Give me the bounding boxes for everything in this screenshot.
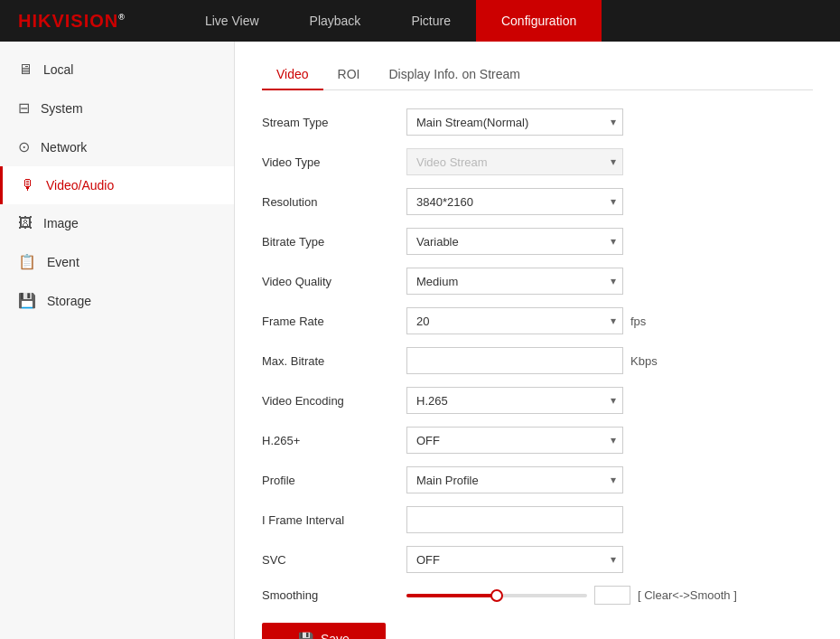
event-icon: 📋 <box>18 253 36 270</box>
logo-text: HIKVISION <box>18 11 118 31</box>
slider-container-smoothing: 50 [ Clear<->Smooth ] <box>406 586 737 605</box>
content-area: Video ROI Display Info. on Stream Stream… <box>235 42 840 639</box>
video-audio-icon: 🎙 <box>21 177 35 193</box>
sidebar-label-video-audio: Video/Audio <box>46 178 114 193</box>
save-label: Save <box>321 632 350 639</box>
tab-display-info[interactable]: Display Info. on Stream <box>374 60 535 90</box>
form-row-stream-type: Stream Type Main Stream(Normal) Sub Stre… <box>262 108 813 136</box>
tab-bar: Video ROI Display Info. on Stream <box>262 60 813 90</box>
smoothing-slider-fill <box>406 594 497 597</box>
smoothing-value-input[interactable]: 50 <box>594 586 630 605</box>
select-wrapper-resolution: 3840*2160 1920*1080 1280*720 <box>406 188 623 215</box>
sidebar-item-video-audio[interactable]: 🎙 Video/Audio <box>0 166 234 204</box>
sidebar-label-event: Event <box>47 255 79 269</box>
sidebar-label-storage: Storage <box>47 294 91 308</box>
form-row-resolution: Resolution 3840*2160 1920*1080 1280*720 <box>262 188 813 215</box>
select-wrapper-frame-rate: 1234 56810 121516 20 2530 <box>406 307 623 334</box>
form-row-i-frame-interval: I Frame Interval 50 <box>262 506 813 533</box>
label-frame-rate: Frame Rate <box>262 315 406 328</box>
control-h265-plus: ON OFF <box>406 427 623 454</box>
system-icon: ⊟ <box>18 99 30 117</box>
select-stream-type[interactable]: Main Stream(Normal) Sub Stream Third Str… <box>406 108 623 136</box>
select-resolution[interactable]: 3840*2160 1920*1080 1280*720 <box>406 188 623 215</box>
control-svc: ON OFF <box>406 546 623 573</box>
label-video-encoding: Video Encoding <box>262 394 406 408</box>
image-icon: 🖼 <box>18 215 33 231</box>
sidebar-label-system: System <box>41 101 83 116</box>
select-h265-plus[interactable]: ON OFF <box>406 427 623 454</box>
unit-kbps: Kbps <box>630 354 658 368</box>
sidebar-item-local[interactable]: 🖥 Local <box>0 51 234 89</box>
form-row-video-type: Video Type Video Stream Video&Audio <box>262 148 813 175</box>
select-video-encoding[interactable]: H.264 H.265 H.264+ H.265+ <box>406 387 623 414</box>
label-stream-type: Stream Type <box>262 116 406 129</box>
label-smoothing: Smoothing <box>262 588 406 602</box>
sidebar-label-network: Network <box>41 140 87 155</box>
select-wrapper-h265-plus: ON OFF <box>406 427 623 454</box>
form-row-smoothing: Smoothing 50 [ Clear<->Smooth ] <box>262 586 813 605</box>
label-video-type: Video Type <box>262 155 406 169</box>
control-smoothing: 50 [ Clear<->Smooth ] <box>406 586 737 605</box>
form-row-frame-rate: Frame Rate 1234 56810 121516 20 2530 fps <box>262 307 813 334</box>
local-icon: 🖥 <box>18 61 33 78</box>
select-wrapper-svc: ON OFF <box>406 546 623 573</box>
top-navigation: HIKVISION® Live View Playback Picture Co… <box>0 0 840 42</box>
control-video-encoding: H.264 H.265 H.264+ H.265+ <box>406 387 623 414</box>
save-button[interactable]: 💾 Save <box>262 623 386 639</box>
form-row-h265-plus: H.265+ ON OFF <box>262 427 813 454</box>
nav-live-view[interactable]: Live View <box>180 0 285 42</box>
nav-playback[interactable]: Playback <box>285 0 387 42</box>
control-profile: Main Profile High Profile Basic Profile <box>406 466 623 493</box>
control-max-bitrate: 5120 Kbps <box>406 347 658 374</box>
select-video-type[interactable]: Video Stream Video&Audio <box>406 148 623 175</box>
label-profile: Profile <box>262 474 406 487</box>
control-i-frame-interval: 50 <box>406 506 623 533</box>
sidebar-item-storage[interactable]: 💾 Storage <box>0 281 234 320</box>
select-frame-rate[interactable]: 1234 56810 121516 20 2530 <box>406 307 623 334</box>
nav-picture[interactable]: Picture <box>386 0 476 42</box>
control-stream-type: Main Stream(Normal) Sub Stream Third Str… <box>406 108 623 136</box>
form-row-video-quality: Video Quality Lowest Lower Low Medium Hi… <box>262 268 813 295</box>
label-video-quality: Video Quality <box>262 275 406 288</box>
sidebar-item-event[interactable]: 📋 Event <box>0 242 234 281</box>
smoothing-slider-track[interactable] <box>406 594 587 597</box>
select-wrapper-video-encoding: H.264 H.265 H.264+ H.265+ <box>406 387 623 414</box>
form-row-max-bitrate: Max. Bitrate 5120 Kbps <box>262 347 813 374</box>
select-svc[interactable]: ON OFF <box>406 546 623 573</box>
label-resolution: Resolution <box>262 195 406 209</box>
nav-configuration[interactable]: Configuration <box>476 0 602 42</box>
sidebar-item-image[interactable]: 🖼 Image <box>0 204 234 242</box>
label-bitrate-type: Bitrate Type <box>262 235 406 249</box>
select-bitrate-type[interactable]: Variable Constant <box>406 228 623 255</box>
form-row-profile: Profile Main Profile High Profile Basic … <box>262 466 813 493</box>
tab-roi[interactable]: ROI <box>323 60 375 90</box>
select-wrapper-bitrate-type: Variable Constant <box>406 228 623 255</box>
select-wrapper-video-quality: Lowest Lower Low Medium High Higher High… <box>406 268 623 295</box>
nav-items: Live View Playback Picture Configuration <box>180 0 602 42</box>
form-row-video-encoding: Video Encoding H.264 H.265 H.264+ H.265+ <box>262 387 813 414</box>
select-video-quality[interactable]: Lowest Lower Low Medium High Higher High… <box>406 268 623 295</box>
input-max-bitrate[interactable]: 5120 <box>406 347 623 374</box>
unit-fps: fps <box>630 315 646 328</box>
tab-video[interactable]: Video <box>262 60 323 90</box>
network-icon: ⊙ <box>18 138 30 155</box>
sidebar-item-network[interactable]: ⊙ Network <box>0 127 234 166</box>
label-i-frame-interval: I Frame Interval <box>262 513 406 527</box>
select-wrapper-profile: Main Profile High Profile Basic Profile <box>406 466 623 493</box>
label-svc: SVC <box>262 553 406 567</box>
logo-sup: ® <box>118 13 126 22</box>
sidebar-item-system[interactable]: ⊟ System <box>0 89 234 127</box>
smoothing-hint: [ Clear<->Smooth ] <box>638 588 737 602</box>
form-row-bitrate-type: Bitrate Type Variable Constant <box>262 228 813 255</box>
select-profile[interactable]: Main Profile High Profile Basic Profile <box>406 466 623 493</box>
input-i-frame-interval[interactable]: 50 <box>406 506 623 533</box>
select-wrapper-stream-type: Main Stream(Normal) Sub Stream Third Str… <box>406 108 623 136</box>
main-layout: 🖥 Local ⊟ System ⊙ Network 🎙 Video/Audio… <box>0 42 840 639</box>
label-max-bitrate: Max. Bitrate <box>262 354 406 368</box>
sidebar-label-image: Image <box>43 216 79 230</box>
control-video-quality: Lowest Lower Low Medium High Higher High… <box>406 268 623 295</box>
control-video-type: Video Stream Video&Audio <box>406 148 623 175</box>
smoothing-slider-thumb[interactable] <box>490 589 503 602</box>
control-resolution: 3840*2160 1920*1080 1280*720 <box>406 188 623 215</box>
control-frame-rate: 1234 56810 121516 20 2530 fps <box>406 307 646 334</box>
